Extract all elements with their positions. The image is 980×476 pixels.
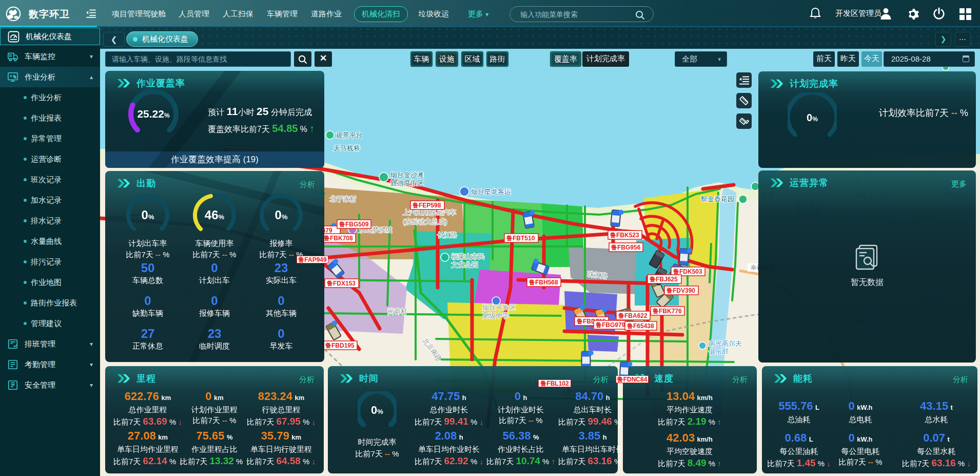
svg-text:鲁FEP598: 鲁FEP598 (412, 202, 441, 209)
svg-text:烟台星龙客运: 烟台星龙客运 (471, 188, 511, 196)
svg-text:南光高尔夫: 南光高尔夫 (709, 339, 742, 347)
svg-text:(东岳动力总成): (东岳动力总成) (403, 218, 447, 225)
svg-text:鲁FBJ625: 鲁FBJ625 (649, 276, 678, 283)
svg-text:文化公园: 文化公园 (452, 261, 478, 269)
svg-text:鲁FBG509: 鲁FBG509 (339, 221, 369, 228)
svg-text:鲁FDX153: 鲁FDX153 (326, 280, 356, 287)
svg-text:福莱山市民: 福莱山市民 (451, 253, 485, 260)
svg-text:鲁FBK523: 鲁FBK523 (610, 232, 639, 239)
svg-text:鲁FBG979: 鲁FBG979 (595, 321, 625, 329)
svg-text:长江路: 长江路 (437, 231, 457, 239)
svg-text:鲁FDV390: 鲁FDV390 (666, 287, 695, 294)
svg-text:高级中学: 高级中学 (482, 312, 509, 319)
svg-text:鲁FDK503: 鲁FDK503 (673, 268, 702, 275)
svg-text:鲁FBK708: 鲁FBK708 (323, 235, 353, 242)
svg-text:烟台开发区: 烟台开发区 (482, 303, 516, 311)
svg-text:鲁FBG956: 鲁FBG956 (611, 244, 641, 251)
svg-text:观景平台: 观景平台 (336, 131, 363, 139)
svg-text:鲁FBK776: 鲁FBK776 (652, 308, 682, 315)
svg-text:鲁F65438: 鲁F65438 (626, 322, 654, 330)
svg-text:北于家村: 北于家村 (330, 195, 357, 203)
svg-text:烟台金沙滩: 烟台金沙滩 (390, 171, 424, 179)
svg-text:鲁FBA622: 鲁FBA622 (618, 312, 648, 319)
svg-text:鲁FBT510: 鲁FBT510 (506, 235, 535, 242)
svg-text:鲁FBH568: 鲁FBH568 (528, 279, 558, 286)
svg-text:俱乐部: 俱乐部 (709, 348, 729, 355)
svg-text:旅游度假区: 旅游度假区 (390, 179, 424, 187)
svg-text:崮嵛村: 崮嵛村 (387, 308, 407, 315)
svg-text:鲁FBD195: 鲁FBD195 (325, 342, 355, 349)
svg-text:郁金香花园: 郁金香花园 (701, 195, 734, 203)
svg-text:天马栈桥: 天马栈桥 (334, 144, 360, 152)
